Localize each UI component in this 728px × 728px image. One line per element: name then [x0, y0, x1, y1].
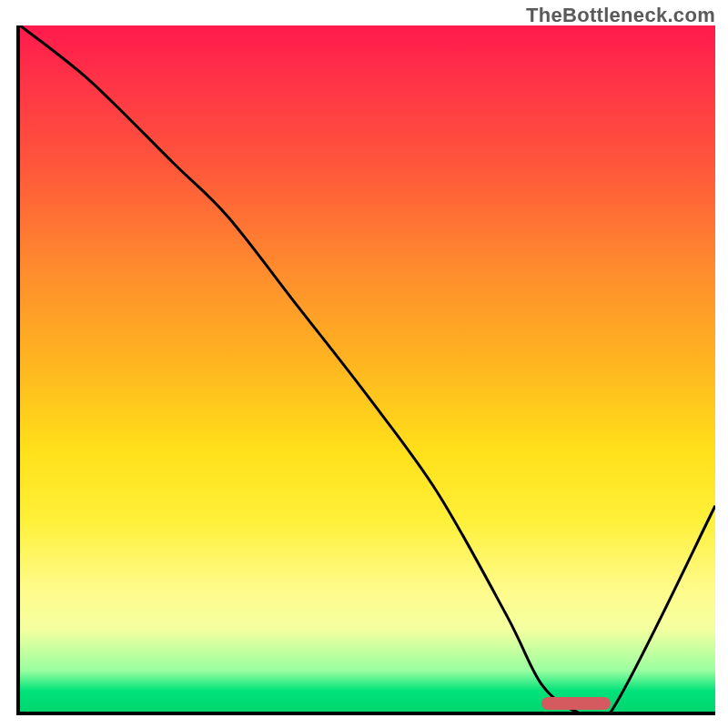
optimal-range-marker	[541, 697, 611, 710]
bottleneck-curve	[20, 25, 715, 712]
chart-container: TheBottleneck.com	[0, 0, 728, 728]
watermark-text: TheBottleneck.com	[526, 4, 715, 27]
curve-path	[20, 25, 715, 712]
plot-area	[16, 25, 715, 715]
